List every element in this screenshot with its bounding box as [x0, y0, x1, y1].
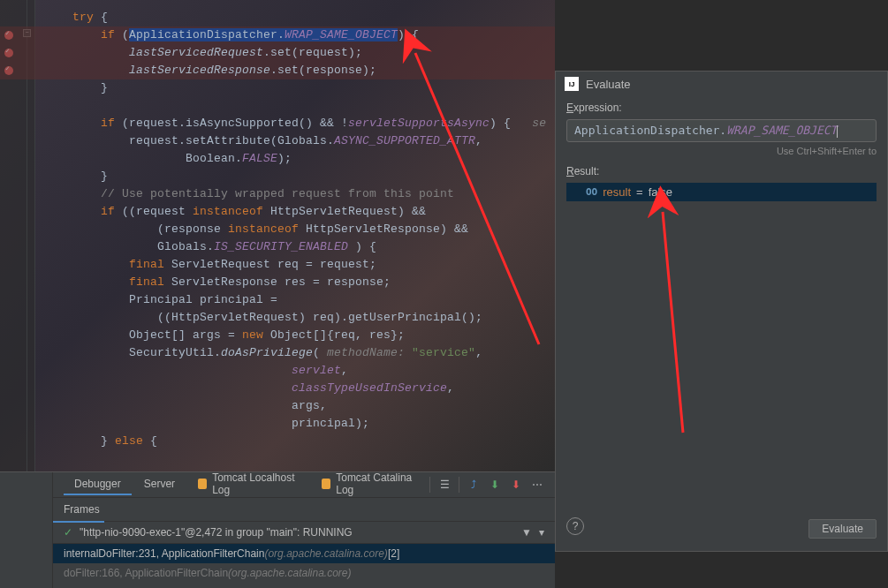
help-button[interactable]: ? — [566, 517, 584, 535]
debugger-panel: Debugger Server Tomcat Localhost Log Tom… — [0, 471, 555, 588]
code-line[interactable]: Globals.IS_SECURITY_ENABLED ) { — [44, 238, 555, 256]
code-line[interactable]: final ServletRequest req = request; — [44, 256, 555, 274]
code-line[interactable]: Boolean.FALSE); — [44, 150, 555, 168]
restore-layout-icon[interactable]: ⤴ — [467, 478, 481, 492]
chevron-down-icon[interactable]: ▾ — [539, 526, 544, 539]
intellij-icon: IJ — [565, 77, 579, 91]
evaluate-button[interactable]: Evaluate — [808, 519, 877, 539]
code-line[interactable]: if (request.isAsyncSupported() && !servl… — [44, 115, 555, 132]
expression-input[interactable]: ApplicationDispatcher.WRAP_SAME_OBJECT — [566, 119, 877, 142]
log-icon — [198, 479, 207, 489]
code-line[interactable]: } else { — [44, 433, 555, 450]
tab-server[interactable]: Server — [133, 474, 186, 495]
code-line[interactable]: Principal principal = — [44, 291, 555, 309]
code-line[interactable]: principal); — [44, 415, 555, 433]
result-label: Result: — [566, 165, 877, 177]
debug-tabs: Debugger Server Tomcat Localhost Log Tom… — [0, 472, 555, 497]
code-line[interactable] — [44, 97, 555, 115]
code-line[interactable]: lastServicedResponse.set(response); — [0, 62, 555, 79]
expression-label: Expression: — [566, 102, 877, 114]
debug-sidebar — [0, 472, 53, 588]
code-line[interactable]: try { — [44, 9, 555, 26]
code-line[interactable]: request.setAttribute(Globals.ASYNC_SUPPO… — [44, 132, 555, 150]
editor-area[interactable]: − try { if (ApplicationDispatcher.WRAP_S… — [0, 0, 555, 471]
evaluate-panel: IJ Evaluate Expression: ApplicationDispa… — [555, 71, 888, 552]
code-line[interactable]: // Use potentially wrapped request from … — [44, 185, 555, 203]
code-line[interactable]: Object[] args = new Object[]{req, res}; — [44, 327, 555, 344]
code-line[interactable]: args, — [44, 397, 555, 415]
result-row[interactable]: OO result = false — [566, 183, 877, 201]
log-icon — [322, 479, 330, 489]
code-line[interactable]: } — [44, 79, 555, 97]
code-line[interactable]: ((HttpServletRequest) req).getUserPrinci… — [44, 309, 555, 327]
check-icon: ✓ — [64, 526, 72, 539]
code-line[interactable]: servlet, — [44, 362, 555, 380]
download-icon[interactable]: ⬇ — [488, 478, 502, 492]
result-name: result — [603, 185, 631, 199]
more-icon[interactable]: ⋯ — [530, 478, 544, 492]
code-line[interactable]: final ServletResponse res = response; — [44, 274, 555, 291]
code-line[interactable]: } — [44, 168, 555, 185]
result-value: false — [649, 185, 672, 199]
code-line[interactable]: if (ApplicationDispatcher.WRAP_SAME_OBJE… — [0, 26, 555, 44]
frames-header[interactable]: Frames — [53, 497, 555, 522]
result-icon: OO — [586, 186, 597, 198]
evaluate-title: Evaluate — [586, 78, 631, 91]
code-line[interactable]: classTypeUsedInService, — [44, 380, 555, 397]
tab-debugger[interactable]: Debugger — [64, 474, 132, 495]
download-icon-2[interactable]: ⬇ — [509, 478, 523, 492]
stack-frame[interactable]: doFilter:166, ApplicationFilterChain (or… — [53, 563, 555, 583]
code-line[interactable]: lastServicedRequest.set(request); — [0, 44, 555, 62]
thread-row[interactable]: ✓ "http-nio-9090-exec-1"@2,472 in group … — [53, 522, 555, 544]
stack-frame[interactable]: internalDoFilter:231, ApplicationFilterC… — [53, 544, 555, 563]
code-line[interactable]: if ((request instanceof HttpServletReque… — [44, 203, 555, 221]
filter-icon[interactable]: ▼ — [521, 526, 532, 539]
layout-icon[interactable]: ☰ — [437, 478, 452, 492]
thread-label: "http-nio-9090-exec-1"@2,472 in group "m… — [80, 526, 353, 539]
code-line[interactable]: SecurityUtil.doAsPrivilege( methodName: … — [44, 344, 555, 362]
eval-hint: Use Ctrl+Shift+Enter to — [566, 146, 877, 156]
code-block[interactable]: try { if (ApplicationDispatcher.WRAP_SAM… — [44, 9, 555, 450]
code-line[interactable]: (response instanceof HttpServletResponse… — [44, 221, 555, 238]
